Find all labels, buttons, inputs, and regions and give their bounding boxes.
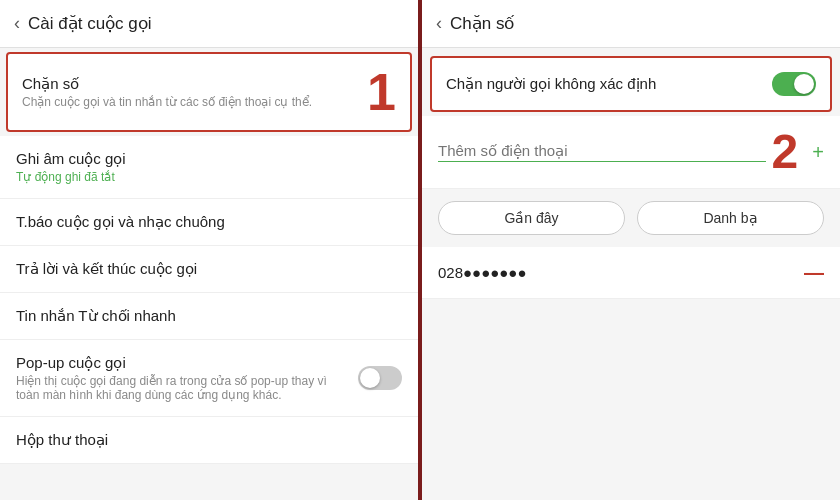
add-phone-plus-button[interactable]: + — [812, 141, 824, 164]
menu-item-ghi-am[interactable]: Ghi âm cuộc gọi Tự động ghi đã tắt — [0, 136, 418, 199]
filter-buttons-row: Gần đây Danh bạ — [422, 189, 840, 247]
right-content: Chặn người gọi không xác định 2 + Gần đâ… — [422, 48, 840, 500]
popup-subtitle: Hiện thị cuộc gọi đang diễn ra trong cửa… — [16, 374, 350, 402]
traloi-title: Trả lời và kết thúc cuộc gọi — [16, 260, 402, 278]
popup-title: Pop-up cuộc gọi — [16, 354, 350, 372]
chan-so-title: Chặn số — [22, 75, 359, 93]
ghi-am-title: Ghi âm cuộc gọi — [16, 150, 402, 168]
add-phone-input[interactable] — [438, 142, 766, 162]
hopthu-title: Hộp thư thoại — [16, 431, 402, 449]
left-back-button[interactable]: ‹ — [14, 13, 20, 34]
remove-number-button[interactable]: — — [804, 261, 824, 284]
step-2-number: 2 — [772, 128, 799, 176]
block-unknown-label: Chặn người gọi không xác định — [446, 75, 656, 93]
right-panel: ‹ Chặn số Chặn người gọi không xác định … — [422, 0, 840, 500]
left-content: Chặn số Chặn cuộc gọi và tin nhắn từ các… — [0, 48, 418, 500]
chan-so-subtitle: Chặn cuộc gọi và tin nhắn từ các số điện… — [22, 95, 359, 109]
menu-item-traloi[interactable]: Trả lời và kết thúc cuộc gọi — [0, 246, 418, 293]
menu-item-tinnhan[interactable]: Tin nhắn Từ chối nhanh — [0, 293, 418, 340]
step-1-number: 1 — [367, 66, 396, 118]
left-header: ‹ Cài đặt cuộc gọi — [0, 0, 418, 48]
ghi-am-subtitle: Tự động ghi đã tắt — [16, 170, 402, 184]
tbao-title: T.báo cuộc gọi và nhạc chuông — [16, 213, 402, 231]
recent-button[interactable]: Gần đây — [438, 201, 625, 235]
right-back-button[interactable]: ‹ — [436, 13, 442, 34]
right-header-title: Chặn số — [450, 13, 514, 34]
menu-item-popup[interactable]: Pop-up cuộc gọi Hiện thị cuộc gọi đang d… — [0, 340, 418, 417]
tinnhan-title: Tin nhắn Từ chối nhanh — [16, 307, 402, 325]
menu-item-tbao[interactable]: T.báo cuộc gọi và nhạc chuông — [0, 199, 418, 246]
contacts-button[interactable]: Danh bạ — [637, 201, 824, 235]
popup-toggle-thumb — [360, 368, 380, 388]
block-unknown-section: Chặn người gọi không xác định — [430, 56, 832, 112]
blocked-number-text: 028●●●●●●● — [438, 264, 526, 281]
popup-toggle[interactable] — [358, 366, 402, 390]
left-header-title: Cài đặt cuộc gọi — [28, 13, 152, 34]
blocked-number-row: 028●●●●●●● — — [422, 247, 840, 299]
menu-item-chan-so[interactable]: Chặn số Chặn cuộc gọi và tin nhắn từ các… — [6, 52, 412, 132]
menu-item-hopthu[interactable]: Hộp thư thoại — [0, 417, 418, 464]
block-unknown-toggle[interactable] — [772, 72, 816, 96]
left-panel: ‹ Cài đặt cuộc gọi Chặn số Chặn cuộc gọi… — [0, 0, 422, 500]
block-unknown-toggle-thumb — [794, 74, 814, 94]
right-header: ‹ Chặn số — [422, 0, 840, 48]
add-phone-row: 2 + — [422, 116, 840, 189]
